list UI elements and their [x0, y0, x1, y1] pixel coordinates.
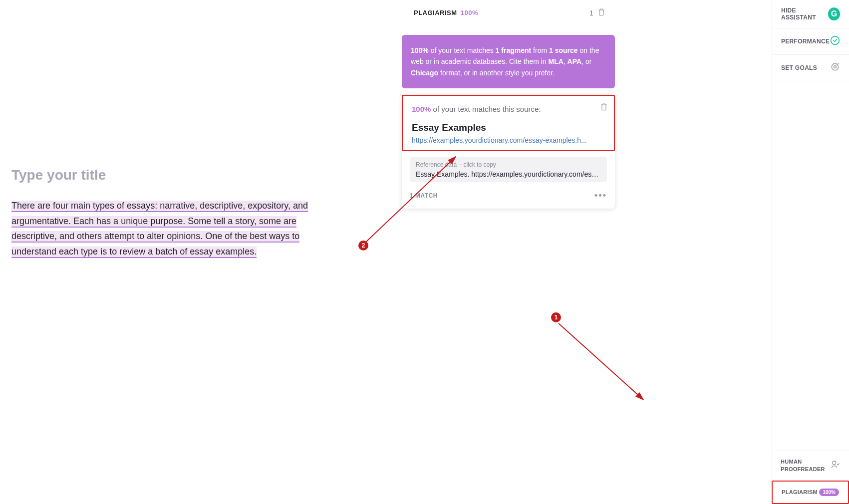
set-goals-button[interactable]: SET GOALS	[772, 55, 849, 81]
source-title: Essay Examples	[412, 122, 605, 133]
editor-area: Type your title There are four main type…	[11, 167, 311, 259]
source-url-link[interactable]: https://examples.yourdictionary.com/essa…	[412, 136, 605, 144]
human-proofreader-button[interactable]: HUMAN PROOFREADER	[772, 451, 849, 481]
more-icon[interactable]: •••	[594, 190, 607, 201]
reference-label: Reference data – click to copy	[416, 161, 601, 168]
plagiarism-header: PLAGIARISM 100%	[414, 9, 478, 16]
plagiarism-header-label: PLAGIARISM	[414, 9, 457, 16]
reference-copy-box[interactable]: Reference data – click to copy Essay Exa…	[410, 157, 607, 182]
sidebar-bottom: HUMAN PROOFREADER PLAGIARISM 100%	[772, 451, 849, 504]
person-check-icon	[830, 460, 840, 472]
check-icon	[830, 35, 840, 47]
svg-point-3	[833, 462, 836, 465]
plagiarism-summary-banner: 100% of your text matches 1 fragment fro…	[402, 35, 615, 88]
performance-button[interactable]: PERFORMANCE	[772, 28, 849, 55]
trash-icon[interactable]	[597, 8, 605, 17]
source-match-line: 100% of your text matches this source:	[412, 105, 605, 113]
target-icon	[830, 62, 840, 74]
svg-line-5	[559, 323, 643, 400]
hide-assistant-label: HIDE ASSISTANT	[781, 7, 828, 21]
source-pct: 100%	[412, 105, 431, 113]
title-input-placeholder[interactable]: Type your title	[11, 167, 311, 183]
plagiarism-label: PLAGIARISM	[782, 489, 818, 496]
reference-text: Essay Examples. https://examples.yourdic…	[416, 170, 601, 178]
match-count-label: 1 MATCH	[410, 192, 438, 199]
hide-assistant-button[interactable]: HIDE ASSISTANT G	[772, 0, 849, 28]
source-card: 100% of your text matches this source: E…	[402, 95, 615, 209]
assistant-sidebar: HIDE ASSISTANT G PERFORMANCE SET GOALS	[772, 0, 849, 504]
source-card-header[interactable]: 100% of your text matches this source: E…	[402, 95, 615, 151]
plagiarism-highlight[interactable]: There are four main types of essays: nar…	[11, 201, 308, 258]
plagiarism-header-pct: 100%	[461, 9, 478, 16]
issue-counter: 1	[589, 8, 605, 17]
svg-point-2	[834, 66, 837, 68]
document-body[interactable]: There are four main types of essays: nar…	[11, 198, 311, 259]
annotation-marker-2: 2	[358, 241, 368, 251]
annotation-marker-1: 1	[551, 312, 561, 322]
issue-count: 1	[589, 9, 593, 17]
human-proofreader-label: HUMAN PROOFREADER	[781, 458, 830, 474]
banner-pct: 100%	[411, 46, 429, 54]
plagiarism-button[interactable]: PLAGIARISM 100%	[772, 481, 849, 504]
svg-point-0	[831, 36, 840, 45]
plagiarism-badge: 100%	[819, 489, 839, 496]
annotation-arrow-1	[551, 317, 651, 407]
match-footer: 1 MATCH •••	[410, 190, 607, 201]
performance-label: PERFORMANCE	[781, 38, 830, 45]
set-goals-label: SET GOALS	[781, 64, 817, 71]
grammarly-logo-icon: G	[828, 7, 840, 20]
trash-icon[interactable]	[600, 103, 608, 113]
